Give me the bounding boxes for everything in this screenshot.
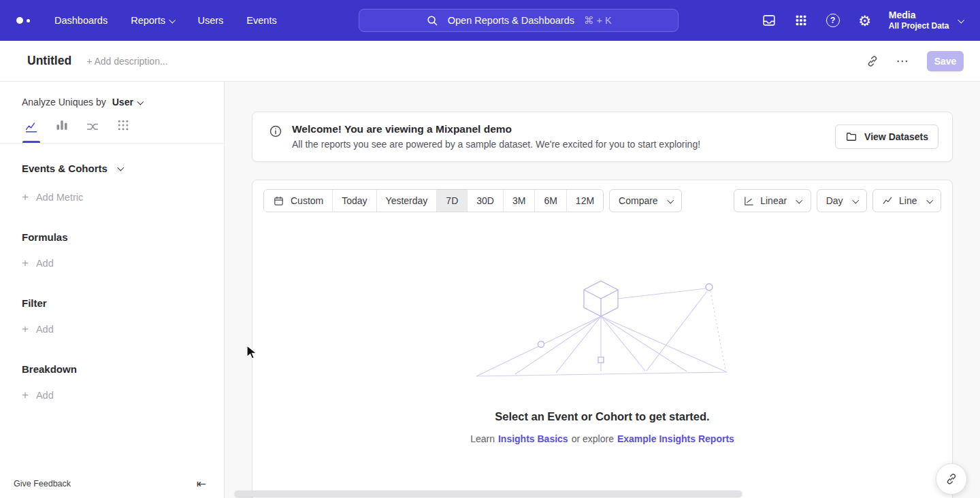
navbar-right: ? ⚙ Media All Project Data: [761, 9, 964, 32]
report-actions: ⋯ Save: [862, 50, 964, 72]
add-metric-button[interactable]: + Add Metric: [22, 191, 83, 203]
inbox-icon: [762, 13, 777, 28]
apps-grid-icon: [794, 14, 808, 27]
report-title[interactable]: Untitled: [27, 54, 71, 68]
chevron-down-icon[interactable]: [958, 16, 964, 22]
plus-icon: +: [22, 389, 29, 401]
compare-button[interactable]: Compare: [609, 189, 682, 212]
learn-prefix: Learn: [470, 433, 495, 444]
range-12m[interactable]: 12M: [566, 190, 603, 212]
chevron-down-icon: [852, 197, 858, 203]
banner-title: Welcome! You are viewing a Mixpanel demo: [292, 123, 700, 135]
view-datasets-button[interactable]: View Datasets: [835, 124, 938, 149]
insights-basics-link[interactable]: Insights Basics: [498, 433, 568, 444]
view-datasets-label: View Datasets: [864, 131, 928, 142]
range-3m[interactable]: 3M: [503, 190, 534, 212]
project-dataset: All Project Data: [889, 21, 949, 32]
tab-flow-chart[interactable]: [86, 120, 99, 143]
banner-subtitle: All the reports you see are powered by a…: [292, 139, 700, 150]
range-7d[interactable]: 7D: [436, 190, 467, 212]
add-formula-button[interactable]: + Add: [22, 257, 54, 269]
add-breakdown-button[interactable]: + Add: [22, 389, 54, 401]
interval-label: Day: [826, 195, 843, 206]
linear-scale-icon: [743, 195, 755, 207]
filter-heading: Filter: [22, 297, 224, 309]
report-header: Untitled + Add description... ⋯ Save: [0, 41, 980, 82]
line-chart-icon: [24, 120, 38, 134]
share-link-fab[interactable]: [936, 463, 967, 495]
add-formula-label: Add: [36, 258, 54, 269]
search-shortcut: ⌘ + K: [584, 15, 612, 26]
top-navbar: Dashboards Reports Users Events Open Rep…: [0, 0, 980, 41]
folder-icon: [845, 131, 858, 143]
events-cohorts-section[interactable]: Events & Cohorts: [22, 163, 122, 174]
logo-dot-large: [16, 17, 23, 24]
settings-button[interactable]: ⚙: [857, 12, 873, 29]
events-cohorts-label: Events & Cohorts: [22, 163, 108, 174]
calendar-icon: [273, 195, 284, 207]
save-button[interactable]: Save: [927, 51, 964, 71]
analyze-value: User: [112, 97, 133, 107]
nav-dashboards[interactable]: Dashboards: [54, 15, 108, 26]
welcome-banner: Welcome! You are viewing a Mixpanel demo…: [252, 112, 953, 162]
date-range-control: Custom Today Yesterday 7D 30D 3M 6M 12M: [263, 189, 604, 212]
link-icon: [945, 472, 958, 486]
copy-link-button[interactable]: [862, 50, 883, 72]
inbox-button[interactable]: [761, 12, 777, 29]
range-today[interactable]: Today: [332, 190, 376, 212]
query-builder-sidebar: Analyze Uniques by User Events & Cohorts: [0, 82, 225, 498]
sidebar-footer: Give Feedback ⇤: [0, 469, 224, 498]
range-yesterday[interactable]: Yesterday: [376, 190, 437, 212]
nav-events[interactable]: Events: [246, 15, 276, 26]
main-content: Welcome! You are viewing a Mixpanel demo…: [225, 82, 980, 498]
nav-reports-label: Reports: [131, 15, 165, 26]
link-icon: [866, 54, 879, 68]
breakdown-heading: Breakdown: [22, 363, 224, 375]
nav-reports[interactable]: Reports: [131, 15, 174, 26]
help-button[interactable]: ?: [825, 12, 841, 29]
more-options-button[interactable]: ⋯: [892, 50, 913, 72]
line-chart-icon: [882, 195, 894, 207]
chevron-down-icon: [118, 165, 124, 171]
empty-state-help: Learn Insights Basics or explore Example…: [470, 433, 734, 444]
analyze-row: Analyze Uniques by User: [0, 82, 224, 107]
nav-users[interactable]: Users: [197, 15, 223, 26]
chart-style-dropdown[interactable]: Line: [872, 189, 941, 212]
interval-dropdown[interactable]: Day: [817, 189, 867, 212]
add-filter-button[interactable]: + Add: [22, 323, 54, 335]
global-search[interactable]: Open Reports & Dashboards ⌘ + K: [359, 9, 679, 32]
tab-bar-chart[interactable]: [55, 118, 69, 143]
range-6m[interactable]: 6M: [534, 190, 566, 212]
analyze-label: Analyze Uniques by: [22, 97, 106, 107]
scale-dropdown[interactable]: Linear: [734, 189, 811, 212]
tab-scatter-chart[interactable]: [116, 118, 130, 143]
gear-icon: ⚙: [858, 14, 871, 28]
chart-toolbar: Custom Today Yesterday 7D 30D 3M 6M 12M …: [263, 189, 941, 212]
primary-nav: Dashboards Reports Users Events: [54, 15, 277, 26]
help-icon: ?: [826, 14, 840, 27]
apps-grid-button[interactable]: [793, 12, 809, 29]
plus-icon: +: [22, 191, 29, 203]
empty-state-title: Select an Event or Cohort to get started…: [495, 410, 709, 423]
example-reports-link[interactable]: Example Insights Reports: [617, 433, 734, 444]
chevron-down-icon: [667, 197, 673, 203]
range-30d[interactable]: 30D: [467, 190, 503, 212]
scatter-dots-icon: [116, 118, 130, 132]
or-explore-text: or explore: [572, 433, 614, 444]
compare-label: Compare: [619, 195, 658, 206]
horizontal-scrollbar-thumb[interactable]: [235, 491, 742, 497]
project-switcher[interactable]: Media All Project Data: [889, 9, 949, 32]
tab-line-chart[interactable]: [24, 120, 38, 143]
custom-date-button[interactable]: Custom: [264, 190, 332, 212]
chevron-down-icon: [926, 197, 932, 203]
analyze-by-dropdown[interactable]: User: [112, 97, 143, 107]
mixpanel-logo[interactable]: [16, 17, 30, 24]
search-icon: [426, 14, 438, 27]
give-feedback-link[interactable]: Give Feedback: [14, 479, 71, 488]
search-placeholder: Open Reports & Dashboards: [448, 15, 574, 26]
custom-date-label: Custom: [291, 195, 323, 206]
insights-chart-card: Custom Today Yesterday 7D 30D 3M 6M 12M …: [252, 180, 953, 498]
scale-label: Linear: [760, 195, 787, 206]
add-description[interactable]: + Add description...: [86, 56, 167, 67]
collapse-sidebar-button[interactable]: ⇤: [197, 478, 206, 490]
